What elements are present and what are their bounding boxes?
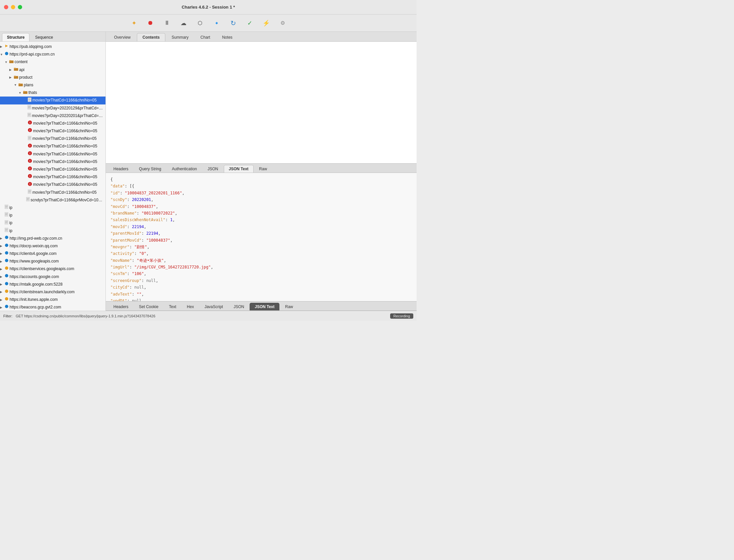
tree-item-n15[interactable]: !movies?prThatCd=1166&chnlNo=05 <box>0 150 105 158</box>
tree-label-n23: ip <box>9 212 12 219</box>
tree-item-n28[interactable]: https://clients4.google.com <box>0 250 105 258</box>
record-button[interactable]: ⏺ <box>145 18 156 28</box>
tree-icon-n21 <box>26 197 30 203</box>
tree-item-n3[interactable]: content <box>0 58 105 66</box>
tree-label-n19: movies?prThatCd=1166&chnlNo=05 <box>33 181 97 188</box>
tree-item-n2[interactable]: https://prd-api.cgv.com.cn <box>0 51 105 58</box>
minimize-button[interactable] <box>11 5 15 9</box>
tree-item-n30[interactable]: https://clientservices.googleapis.com <box>0 265 105 273</box>
json-line: "scnDy": 20220201, <box>110 196 412 203</box>
tree-label-n13: movies?prThatCd=1166&chnlNo=05 <box>32 136 97 142</box>
tree-item-n25[interactable]: ip <box>0 227 105 235</box>
resp-tab-text[interactable]: Text <box>164 303 181 310</box>
validate-button[interactable]: ✓ <box>244 18 255 28</box>
resp-tab-json-text[interactable]: JSON Text <box>250 303 279 310</box>
req-tab-headers[interactable]: Headers <box>108 165 133 173</box>
tab-structure[interactable]: Structure <box>2 33 29 41</box>
tree-item-n11[interactable]: !movies?prThatCd=1166&chnlNo=05 <box>0 120 105 127</box>
tree-item-n6[interactable]: plans <box>0 81 105 89</box>
tree-icon-n10 <box>27 113 31 119</box>
svg-rect-48 <box>26 197 30 201</box>
resp-tab-raw[interactable]: Raw <box>280 303 298 310</box>
req-tab-authentication[interactable]: Authentication <box>167 165 202 173</box>
tree-item-n5[interactable]: product <box>0 74 105 81</box>
chevron-n1 <box>0 44 4 49</box>
tree-item-n22[interactable]: ip <box>0 204 105 212</box>
tools-button[interactable]: ⚡ <box>261 18 271 28</box>
tree-label-n32: https://mtalk.google.com:5228 <box>10 281 62 288</box>
tree-item-n21[interactable]: scndys?prThatCd=1166&prMovCd=1000483 <box>0 196 105 204</box>
tree-item-n1[interactable]: https://pub.idqqimg.com <box>0 43 105 51</box>
json-line: "activity": "0", <box>110 250 412 257</box>
tab-notes[interactable]: Notes <box>217 33 238 41</box>
cloud-button[interactable]: ☁ <box>178 18 189 28</box>
maximize-button[interactable] <box>18 5 22 9</box>
tree-item-n10[interactable]: movies?prDay=20220201&prThatCd=116 <box>0 112 105 120</box>
tab-sequence[interactable]: Sequence <box>30 33 58 41</box>
statusbar: Filter: GET https://csdnimg.cn/public/co… <box>0 311 417 321</box>
tree-label-n29: https://www.googleapis.com <box>10 258 59 264</box>
tree-item-n9[interactable]: movies?prDay=20220129&prThatCd=116 <box>0 104 105 112</box>
pointer-tool-button[interactable]: ✦ <box>129 18 139 28</box>
tree-item-n31[interactable]: https://accounts.google.com <box>0 273 105 281</box>
recording-badge: Recording <box>390 313 413 319</box>
tree-icon-n19: ! <box>28 182 32 188</box>
tree-item-n24[interactable]: ip <box>0 219 105 227</box>
tree-item-n26[interactable]: http://img.prd-web.cgv.com.cn <box>0 235 105 242</box>
tree-item-n4[interactable]: api <box>0 66 105 74</box>
req-tab-raw[interactable]: Raw <box>254 165 272 173</box>
resp-tab-hex[interactable]: Hex <box>182 303 199 310</box>
tree-item-n16[interactable]: !movies?prThatCd=1166&chnlNo=05 <box>0 158 105 166</box>
tab-chart[interactable]: Chart <box>195 33 216 41</box>
settings-button[interactable]: ⚙ <box>277 18 288 28</box>
tree-item-n7[interactable]: thats <box>0 89 105 97</box>
compose-button[interactable]: ↻ <box>228 18 238 28</box>
req-tab-json-text[interactable]: JSON Text <box>224 165 254 173</box>
tree-icon-n35 <box>5 304 9 310</box>
json-line: "updDt": null, <box>110 298 412 301</box>
tree-icon-n5 <box>14 75 18 81</box>
tree-label-n24: ip <box>9 220 12 226</box>
resp-tab-set-cookie[interactable]: Set Cookie <box>134 303 163 310</box>
tree-item-n23[interactable]: ip <box>0 212 105 219</box>
tree-item-n12[interactable]: !movies?prThatCd=1166&chnlNo=05 <box>0 127 105 135</box>
tree-item-n8[interactable]: movies?prThatCd=1166&chnlNo=05 <box>0 97 105 104</box>
json-line: "imgUrl": "/img/CGV_CMS_1642722817720.jp… <box>110 264 412 270</box>
tree-icon-n13 <box>28 136 31 142</box>
tree-item-n27[interactable]: https://docrp.weixin.qq.com <box>0 242 105 250</box>
tree-item-n34[interactable]: https://init.itunes.apple.com <box>0 296 105 303</box>
tree-item-n35[interactable]: https://beacons.gcp.gvt2.com <box>0 303 105 311</box>
tree-icon-n32 <box>5 282 9 288</box>
chevron-n4 <box>9 67 13 72</box>
tree-icon-n24 <box>5 220 8 226</box>
throttle-button[interactable]: ⬡ <box>195 18 205 28</box>
tree-item-n18[interactable]: !movies?prThatCd=1166&chnlNo=05 <box>0 173 105 181</box>
req-tab-json[interactable]: JSON <box>203 165 223 173</box>
tab-overview[interactable]: Overview <box>108 33 136 41</box>
resp-tab-json[interactable]: JSON <box>228 303 249 310</box>
tree-item-n32[interactable]: https://mtalk.google.com:5228 <box>0 281 105 288</box>
close-button[interactable] <box>4 5 8 9</box>
req-tab-query-string[interactable]: Query String <box>134 165 166 173</box>
tree-item-n19[interactable]: !movies?prThatCd=1166&chnlNo=05 <box>0 181 105 188</box>
tree-item-n20[interactable]: movies?prThatCd=1166&chnlNo=05 <box>0 189 105 196</box>
tab-summary[interactable]: Summary <box>166 33 194 41</box>
tree-label-n20: movies?prThatCd=1166&chnlNo=05 <box>32 189 97 196</box>
tree-item-n33[interactable]: https://clientstream.launchdarkly.com <box>0 288 105 296</box>
tree-icon-n29 <box>5 259 9 264</box>
tree-item-n17[interactable]: !movies?prThatCd=1166&chnlNo=05 <box>0 166 105 173</box>
tree-item-n29[interactable]: https://www.googleapis.com <box>0 258 105 265</box>
tree-label-n2: https://prd-api.cgv.com.cn <box>10 51 55 58</box>
svg-rect-7 <box>14 76 16 77</box>
resp-tab-javascript[interactable]: JavaScript <box>199 303 228 310</box>
tree-item-n14[interactable]: !movies?prThatCd=1166&chnlNo=05 <box>0 142 105 150</box>
resp-tab-headers[interactable]: Headers <box>108 303 133 310</box>
svg-text:!: ! <box>29 159 30 163</box>
tree-label-n6: plans <box>24 82 33 88</box>
breakpoints-button[interactable]: 🔹 <box>211 18 222 28</box>
tree-item-n13[interactable]: movies?prThatCd=1166&chnlNo=05 <box>0 135 105 142</box>
stop-button[interactable]: ⏸ <box>162 18 172 28</box>
tab-contents[interactable]: Contents <box>137 33 165 41</box>
svg-rect-3 <box>9 60 11 61</box>
tree-icon-n1 <box>5 44 9 50</box>
